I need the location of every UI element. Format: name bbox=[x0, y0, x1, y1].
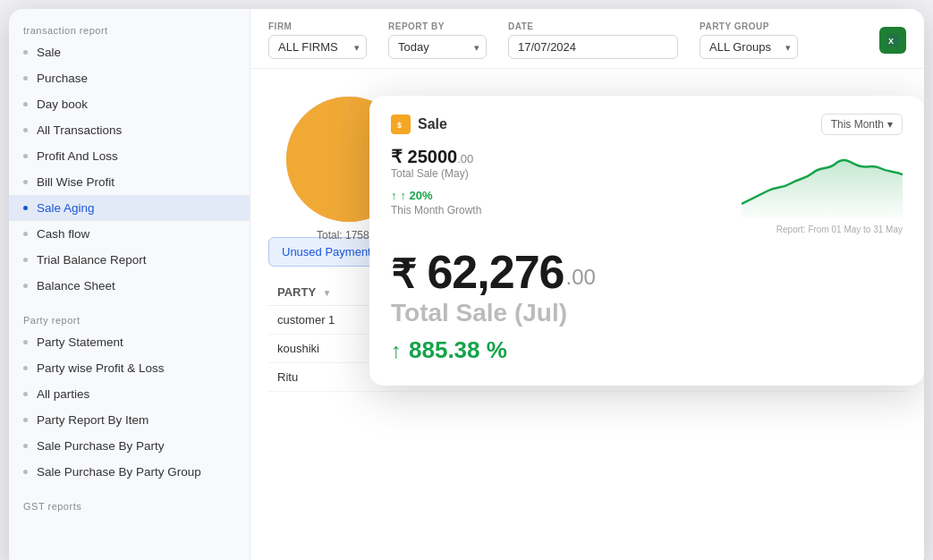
mini-chart-container: Report: From 01 May to 31 May bbox=[742, 146, 903, 234]
report-by-group: REPORT BY Today This Week This Month bbox=[388, 21, 487, 59]
up-arrow-icon: ↑ bbox=[391, 189, 397, 202]
report-by-select-wrapper: Today This Week This Month bbox=[388, 35, 487, 59]
sidebar-item-cash-flow[interactable]: Cash flow bbox=[9, 221, 250, 247]
dot-icon bbox=[23, 444, 28, 448]
sale-stats: ₹ 25000.00 Total Sale (May) ↑ ↑ 20% This… bbox=[391, 146, 724, 234]
growth-label: This Month Growth bbox=[391, 204, 724, 216]
party-group-select-wrapper: ALL Groups bbox=[700, 35, 798, 59]
dot-icon bbox=[23, 180, 28, 184]
gst-section-label: GST reports bbox=[9, 494, 250, 515]
report-by-select[interactable]: Today This Week This Month bbox=[388, 35, 487, 59]
big-arrow-up-icon: ↑ bbox=[391, 338, 402, 363]
date-input[interactable] bbox=[508, 35, 678, 59]
sale-icon: $ bbox=[391, 115, 411, 134]
firm-select[interactable]: ALL FIRMS bbox=[268, 35, 367, 59]
app-container: transaction report Sale Purchase Day boo… bbox=[9, 9, 924, 560]
dot-icon bbox=[23, 232, 28, 236]
party-section-label: Party report bbox=[9, 308, 250, 329]
dot-icon bbox=[23, 470, 28, 474]
sidebar-item-sale-aging[interactable]: Sale Aging bbox=[9, 195, 250, 221]
firm-label: FIRM bbox=[268, 21, 367, 31]
sidebar-item-bill-wise-profit[interactable]: Bill Wise Profit bbox=[9, 169, 250, 195]
dot-icon bbox=[23, 258, 28, 262]
sidebar-item-party-profit-loss[interactable]: Party wise Profit & Loss bbox=[9, 355, 250, 381]
mini-line-chart bbox=[742, 146, 903, 217]
sidebar-item-trial-balance[interactable]: Trial Balance Report bbox=[9, 247, 250, 273]
sidebar-item-all-transactions[interactable]: All Transactions bbox=[9, 117, 250, 143]
dot-icon bbox=[23, 154, 28, 158]
sidebar-item-profit-loss[interactable]: Profit And Loss bbox=[9, 143, 250, 169]
dot-icon bbox=[23, 76, 28, 81]
dot-icon bbox=[23, 418, 28, 422]
month-selector-button[interactable]: This Month ▾ bbox=[821, 114, 903, 135]
sidebar-item-party-report-item[interactable]: Party Report By Item bbox=[9, 407, 250, 433]
dot-icon bbox=[23, 366, 28, 370]
sale-card-top: ₹ 25000.00 Total Sale (May) ↑ ↑ 20% This… bbox=[391, 146, 903, 234]
svg-text:X: X bbox=[888, 37, 894, 46]
sidebar-item-sale[interactable]: Sale bbox=[9, 39, 250, 65]
big-decimal: .00 bbox=[566, 265, 596, 290]
big-amount-row: ₹ 62,276 .00 bbox=[391, 249, 903, 295]
dot-icon bbox=[23, 340, 28, 344]
chart-report-label: Report: From 01 May to 31 May bbox=[742, 225, 903, 234]
sale-card-title: $ Sale bbox=[391, 115, 447, 134]
sidebar-item-sale-purchase-party-group[interactable]: Sale Purchase By Party Group bbox=[9, 459, 250, 485]
dot-icon bbox=[23, 284, 28, 288]
firm-select-wrapper: ALL FIRMS bbox=[268, 35, 367, 59]
sidebar-item-purchase[interactable]: Purchase bbox=[9, 65, 250, 91]
big-rupee-symbol: ₹ 62,276 bbox=[391, 249, 564, 295]
sidebar-item-all-parties[interactable]: All parties bbox=[9, 381, 250, 407]
dot-icon bbox=[23, 102, 28, 106]
party-group-select[interactable]: ALL Groups bbox=[700, 35, 798, 59]
total-sale-label: Total Sale (Jul) bbox=[391, 299, 903, 327]
svg-text:$: $ bbox=[397, 121, 402, 130]
filter-icon-party[interactable]: ▼ bbox=[322, 288, 331, 298]
date-label: DATE bbox=[508, 21, 678, 31]
report-by-label: REPORT BY bbox=[388, 21, 487, 31]
dot-icon bbox=[23, 50, 28, 55]
firm-group: FIRM ALL FIRMS bbox=[268, 21, 367, 59]
sale-card-header: $ Sale This Month ▾ bbox=[391, 114, 903, 135]
sidebar-item-sale-purchase-party[interactable]: Sale Purchase By Party bbox=[9, 433, 250, 459]
sidebar-item-party-statement[interactable]: Party Statement bbox=[9, 329, 250, 355]
chevron-down-icon: ▾ bbox=[887, 118, 893, 131]
party-group-group: PARTY GROUP ALL Groups bbox=[700, 21, 798, 59]
small-decimal: .00 bbox=[457, 152, 473, 165]
toolbar: FIRM ALL FIRMS REPORT BY Today This Week… bbox=[250, 9, 924, 69]
small-sale-label: Total Sale (May) bbox=[391, 167, 724, 180]
excel-export-button[interactable]: X bbox=[879, 27, 906, 54]
transaction-section-label: transaction report bbox=[9, 18, 250, 39]
sidebar-item-balance-sheet[interactable]: Balance Sheet bbox=[9, 273, 250, 299]
dot-icon bbox=[23, 206, 28, 210]
sale-card: $ Sale This Month ▾ ₹ 25000.00 bbox=[369, 96, 924, 386]
small-sale-amount: ₹ 25000.00 bbox=[391, 146, 724, 167]
party-group-label: PARTY GROUP bbox=[700, 21, 798, 31]
main-content: FIRM ALL FIRMS REPORT BY Today This Week… bbox=[250, 9, 924, 560]
big-numbers-section: ₹ 62,276 .00 Total Sale (Jul) ↑ 885.38 % bbox=[391, 249, 903, 364]
sidebar-item-daybook[interactable]: Day book bbox=[9, 91, 250, 117]
dot-icon bbox=[23, 128, 28, 132]
dot-icon bbox=[23, 392, 28, 396]
sidebar: transaction report Sale Purchase Day boo… bbox=[9, 9, 250, 560]
report-area: Total: 175800 Current (0) 31-45 Days (0)… bbox=[250, 69, 924, 560]
growth-badge: ↑ ↑ 20% bbox=[391, 189, 724, 202]
big-growth: ↑ 885.38 % bbox=[391, 336, 903, 364]
date-group: DATE bbox=[508, 21, 678, 59]
